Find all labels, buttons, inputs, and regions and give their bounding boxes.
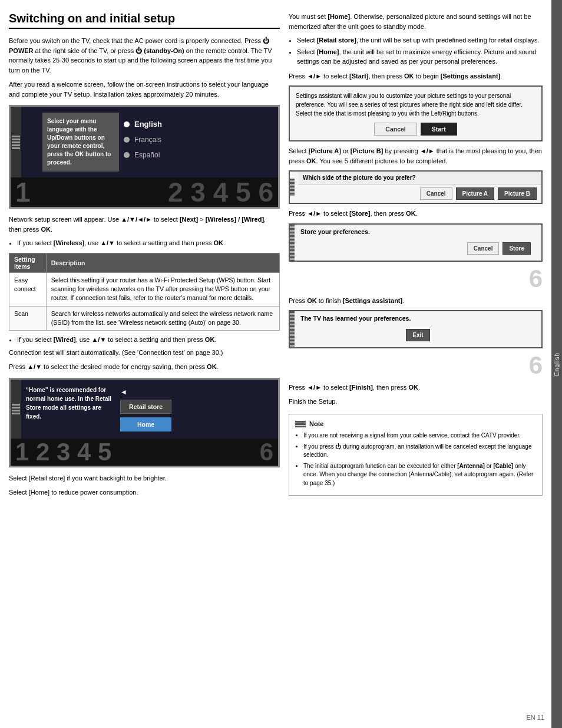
store-cancel-button[interactable]: Cancel [467,242,500,255]
store-step-left: 1 2 3 4 5 [15,440,111,465]
lang-label-french: Français [134,136,161,144]
store-step-numbers: 1 2 3 4 5 6 [11,439,278,466]
store-home-screen: “Home” is recommended for normal home us… [9,378,280,467]
step-6-row-2: 6 [289,353,543,378]
tv-instruction: Select your menu language with the Up/Do… [42,113,119,172]
finish-p3: Finish the Setup. [289,397,543,407]
note-bullet-2: If you press ⏻ during autoprogram, an in… [303,443,536,460]
exit-content: The TV has learned your preferences. Exi… [295,311,541,347]
store-pref-content: Store your preferences. Cancel Store [295,225,541,261]
store-tv-bar [11,380,21,439]
settings-assistant-dialog: Settings assistant will allow you to cus… [289,85,543,141]
bar-line [12,136,20,137]
note-header: Note [295,419,536,429]
exit-bar [290,311,295,347]
lang-option-french: Français [124,133,273,146]
side-tab: English [551,0,562,728]
wireless-bullet: If you select [Wireless], use ▲/▼ to sel… [17,239,280,248]
exit-button[interactable]: Exit [406,329,429,341]
bar-line [12,413,20,414]
store-store-button[interactable]: Store [503,242,531,255]
page-title: Switching on and initial setup [9,12,280,29]
step-6-num-2: 6 [529,353,543,378]
store-tv-main: “Home” is recommended for normal home us… [11,380,278,439]
retail-label: Select [Retail store] if you want backli… [9,473,280,483]
step-6-row: 6 [289,266,543,291]
lang-option-english: English [124,117,273,131]
energy-mode-p: Press ▲/▼ to select the desired mode for… [9,362,280,372]
store-buttons: ◄ Retail store Home [120,388,171,433]
retail-store-btn[interactable]: Retail store [120,400,171,414]
store-pref-bar [290,225,295,261]
bar-line [12,141,20,143]
tv-main-area: Select your menu language with the Up/Do… [11,107,278,177]
settings-dialog-text: Settings assistant will allow you to cus… [296,91,535,118]
note-bullets: If you are not receiving a signal from y… [303,431,536,487]
lang-label-spanish: Español [134,151,160,159]
home-btn[interactable]: Home [120,417,171,431]
bar-line [12,147,20,149]
pref-header: Which side of the picture do you prefer? [298,172,541,185]
wireless-bullets: If you select [Wireless], use ▲/▼ to sel… [17,239,280,248]
language-screen: Select your menu language with the Up/Do… [9,105,280,209]
lang-option-spanish: Español [124,149,273,162]
home-p1: You must set [Home]. Otherwise, personal… [289,12,543,31]
tv-left-bar [11,107,21,177]
bullet-retail: Select [Retail store], the unit will be … [297,36,543,45]
pref-picture-b-button[interactable]: Picture B [498,187,537,200]
network-p: Network setup screen will appear. Use ▲/… [9,215,280,234]
settings-start-button[interactable]: Start [421,123,457,136]
pref-picture-a-button[interactable]: Picture A [456,187,495,200]
tv-language-options: English Français Español [124,113,273,172]
page-container: English Switching on and initial setup B… [0,0,562,728]
arrow-row: ◄ [120,388,171,396]
note-line [295,426,306,427]
table-header-item: Setting items [9,253,47,272]
tv-content: Select your menu language with the Up/Do… [38,107,278,177]
start-p: Press ◄/► to select [Start], then press … [289,71,543,81]
lang-dot [124,121,130,127]
exit-dialog: The TV has learned your preferences. Exi… [289,310,543,348]
lang-label-english: English [134,120,162,129]
bar-line [12,410,20,411]
bar-line [12,404,20,406]
finish-p: Press OK to finish [Settings assistant]. [289,296,543,306]
side-tab-label: English [554,353,560,376]
pref-buttons: Cancel Picture A Picture B [298,185,541,203]
lang-dot [124,137,130,143]
note-icon [295,421,306,427]
pref-header-row: Which side of the picture do you prefer?… [290,172,541,203]
bullet-home: Select [Home], the unit will be set to m… [297,48,543,67]
picture-pref-dialog: Which side of the picture do you prefer?… [289,170,543,204]
tv-step-numbers: 1 2 3 4 5 6 [11,177,278,207]
intro-p2: After you read a welcome screen, follow … [9,80,280,99]
pref-content: Which side of the picture do you prefer?… [298,172,541,203]
note-bullet-1: If you are not receiving a signal from y… [303,431,536,440]
step-6-num: 6 [529,266,543,291]
note-box: Note If you are not receiving a signal f… [289,414,543,496]
tv-body-store: “Home” is recommended for normal home us… [11,380,278,466]
note-title: Note [309,419,323,429]
tv-body: Select your menu language with the Up/Do… [11,107,278,207]
store-step-right: 6 [260,440,273,465]
note-line [295,421,306,423]
setting-item-scan: Scan [9,306,47,330]
content-area: Switching on and initial setup Before yo… [0,0,551,728]
store-p: Press ◄/► to select [Store], then press … [289,209,543,219]
bar-line [12,144,20,146]
pref-cancel-button[interactable]: Cancel [420,187,452,200]
settings-dialog-buttons: Cancel Start [296,123,535,136]
lang-dot [124,152,130,158]
store-tv-content: “Home” is recommended for normal home us… [21,380,278,439]
store-pref-buttons: Cancel Store [300,239,535,258]
finish-p2: Press ◄/► to select [Finish], then press… [289,383,543,393]
setting-desc-scan: Search for wireless networks automatical… [46,306,279,330]
store-pref-inner: Store your preferences. Cancel Store [290,225,541,261]
table-header-desc: Description [46,253,279,272]
store-pref-dialog: Store your preferences. Cancel Store [289,223,543,262]
home-label: Select [Home] to reduce power consumptio… [9,487,280,498]
home-bullets: Select [Retail store], the unit will be … [297,36,543,67]
intro-p1: Before you switch on the TV, check that … [9,36,280,75]
settings-cancel-button[interactable]: Cancel [374,123,416,136]
picture-p: Select [Picture A] or [Picture B] by pre… [289,146,543,166]
